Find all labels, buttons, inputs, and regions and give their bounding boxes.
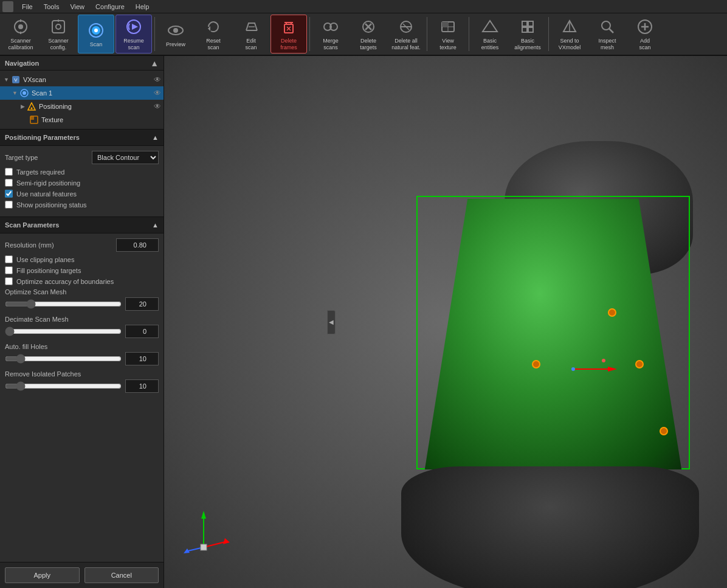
remove-patches-input[interactable]: [125, 379, 159, 393]
inspect-mesh-label: Inspectmesh: [598, 38, 616, 51]
edit-scan-icon: [241, 17, 261, 36]
menu-view[interactable]: View: [65, 2, 89, 12]
semi-rigid-checkbox[interactable]: [5, 179, 13, 187]
vxscan-eye-icon[interactable]: 👁: [154, 75, 161, 84]
fill-holes-slider[interactable]: [5, 355, 122, 363]
toolbar: Scannercalibration Scannerconfig. Scan R…: [0, 13, 727, 56]
optimize-mesh-input[interactable]: [125, 297, 159, 311]
coordinate-axes: [182, 508, 231, 558]
basic-entities-button[interactable]: Basicentities: [472, 15, 508, 54]
tree-item-scan1[interactable]: ▼ Scan 1 👁: [0, 86, 164, 100]
svg-marker-61: [223, 538, 230, 544]
delete-natural-icon: [396, 17, 416, 36]
panel-collapse-handle[interactable]: ◀: [327, 310, 336, 334]
axis-indicator-on-vase: [571, 363, 620, 375]
menu-bar: File Tools View Configure Help: [0, 0, 727, 13]
resolution-input[interactable]: [116, 238, 159, 252]
axes-svg: [182, 508, 231, 556]
optimize-boundaries-row: Optimize accuracy of boundaries: [5, 277, 159, 285]
svg-rect-38: [522, 27, 527, 32]
svg-text:V: V: [14, 77, 18, 83]
basic-alignments-label: Basicalignments: [514, 38, 541, 51]
tree-item-texture[interactable]: Texture: [0, 113, 164, 126]
remove-patches-controls: [5, 379, 159, 393]
resume-scan-button[interactable]: Resumescan: [115, 15, 152, 54]
scan-params-header[interactable]: Scan Parameters ▲: [0, 216, 164, 233]
delete-frames-button[interactable]: Deleteframes: [270, 15, 307, 54]
targets-required-checkbox[interactable]: [5, 168, 13, 176]
apply-button[interactable]: Apply: [5, 567, 80, 583]
scan1-eye-icon[interactable]: 👁: [154, 89, 161, 97]
send-to-vxmodel-button[interactable]: Send toVXmodel: [551, 15, 588, 54]
tree-item-positioning[interactable]: ▶ Positioning 👁: [0, 100, 164, 113]
basic-alignments-icon: [518, 17, 537, 36]
tree-item-vxscan[interactable]: ▼ V VXscan 👁: [0, 73, 164, 86]
merge-scans-button[interactable]: Mergescans: [312, 15, 349, 54]
delete-targets-label: Deletetargets: [360, 38, 377, 51]
add-scan-icon: [635, 17, 655, 36]
svg-marker-14: [208, 26, 210, 31]
add-scan-button[interactable]: Addscan: [627, 15, 663, 54]
use-clipping-row: Use clipping planes: [5, 255, 159, 263]
fill-holes-input[interactable]: [125, 352, 159, 365]
svg-rect-37: [528, 21, 533, 26]
scanner-calibration-button[interactable]: Scannercalibration: [2, 15, 39, 54]
decimate-mesh-slider[interactable]: [5, 327, 122, 336]
basic-alignments-button[interactable]: Basicalignments: [509, 15, 546, 54]
show-status-checkbox[interactable]: [5, 201, 13, 209]
basic-entities-label: Basicentities: [481, 38, 499, 51]
menu-configure[interactable]: Configure: [91, 2, 129, 12]
reset-scan-button[interactable]: Resetscan: [195, 15, 232, 54]
basic-entities-icon: [480, 17, 500, 36]
optimize-mesh-controls: [5, 297, 159, 311]
menu-file[interactable]: File: [17, 2, 38, 12]
remove-patches-label: Remove Isolated Patches: [5, 370, 159, 378]
view-texture-button[interactable]: Viewtexture: [430, 15, 466, 54]
cancel-button[interactable]: Cancel: [84, 567, 159, 583]
navigation-collapse-button[interactable]: ▲: [150, 58, 159, 68]
use-natural-checkbox[interactable]: [5, 190, 13, 198]
use-natural-row: Use natural features: [5, 190, 159, 198]
fill-targets-row: Fill positioning targets: [5, 266, 159, 274]
menu-tools[interactable]: Tools: [39, 2, 64, 12]
edit-scan-label: Editscan: [245, 38, 257, 51]
navigation-header: Navigation ▲: [0, 56, 164, 71]
merge-scans-icon: [321, 17, 340, 36]
inspect-mesh-button[interactable]: Inspectmesh: [589, 15, 625, 54]
optimize-mesh-slider[interactable]: [5, 300, 122, 308]
target-type-select[interactable]: Black Contour White Contour Coded Target…: [92, 151, 159, 164]
resume-scan-label: Resumescan: [123, 38, 144, 51]
positioning-eye-icon[interactable]: 👁: [154, 102, 161, 111]
scan1-icon: [19, 88, 29, 98]
decimate-mesh-input[interactable]: [125, 325, 159, 338]
svg-rect-36: [522, 21, 527, 26]
targets-required-row: Targets required: [5, 168, 159, 176]
use-clipping-checkbox[interactable]: [5, 255, 13, 263]
targets-required-label: Targets required: [16, 168, 65, 176]
scan-button[interactable]: Scan: [78, 15, 114, 54]
fill-targets-checkbox[interactable]: [5, 266, 13, 274]
reset-scan-icon: [204, 17, 223, 36]
delete-natural-button[interactable]: Delete allnatural feat.: [388, 15, 424, 54]
show-status-row: Show positioning status: [5, 201, 159, 209]
optimize-boundaries-checkbox[interactable]: [5, 277, 13, 285]
viewport[interactable]: ◀: [164, 56, 727, 588]
edit-scan-button[interactable]: Editscan: [233, 15, 269, 54]
remove-patches-spin: [125, 379, 159, 393]
positioning-params-header[interactable]: Positioning Parameters ▲: [0, 129, 164, 146]
vase-dark-bottom: [401, 466, 699, 588]
vase-highlight-dot: [602, 359, 605, 362]
semi-rigid-row: Semi-rigid positioning: [5, 179, 159, 187]
target-type-row: Target type Black Contour White Contour …: [5, 151, 159, 164]
delete-frames-label: Deleteframes: [280, 38, 297, 51]
scanner-config-button[interactable]: Scannerconfig.: [40, 15, 77, 54]
preview-button[interactable]: Preview: [157, 15, 194, 54]
resolution-row: Resolution (mm): [5, 238, 159, 252]
delete-targets-button[interactable]: Deletetargets: [350, 15, 387, 54]
optimize-mesh-label: Optimize Scan Mesh: [5, 288, 159, 296]
remove-patches-slider[interactable]: [5, 382, 122, 390]
svg-marker-11: [132, 24, 138, 30]
positioning-params-title: Positioning Parameters: [5, 134, 80, 141]
menu-help[interactable]: Help: [131, 2, 154, 12]
fill-holes-row: Auto. fill Holes: [5, 343, 159, 365]
